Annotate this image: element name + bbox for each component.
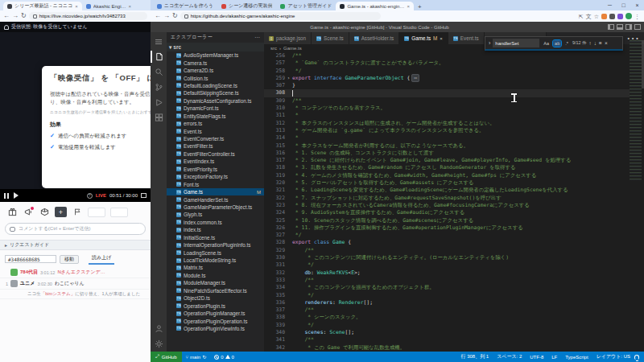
file-tree-item[interactable]: TSDefaultLoadingScene.ts: [167, 82, 264, 89]
code-line[interactable]: 332 db: WeakRefKVS<E>;: [264, 269, 630, 277]
status-item[interactable]: LF: [547, 355, 561, 360]
help-icon[interactable]: ?: [87, 193, 93, 199]
code-line[interactable]: 334 * このコンテンツを描画するためのオブジェクト群。: [264, 284, 630, 291]
find-in-selection-icon[interactable]: ≡: [599, 40, 602, 46]
code-line[interactable]: 318 * 3. 乱数を発生させるため、Game#random にアクセスし R…: [264, 164, 630, 171]
code-line[interactable]: 338 * シーンのスタック。: [264, 314, 630, 321]
file-tree-item[interactable]: TSEventIndex.ts: [167, 158, 264, 165]
file-tree-item[interactable]: TSAudioSystemManager.ts: [167, 51, 264, 59]
explorer-more-icon[interactable]: ⋯: [254, 35, 260, 41]
explorer-icon[interactable]: [151, 49, 167, 64]
file-tree-item[interactable]: TSCollision.ts: [167, 74, 264, 81]
tab-close-icon[interactable]: ×: [129, 4, 132, 9]
new-tab-button[interactable]: +: [414, 3, 426, 10]
code-line[interactable]: 341 /**: [264, 336, 630, 343]
browser-tab[interactable]: シリーズ最新話 - ニコニコ×: [3, 2, 82, 10]
file-tree-item[interactable]: TSCamera2D.ts: [167, 67, 264, 74]
toggle-panel-icon[interactable]: [617, 24, 623, 30]
browser-tab[interactable]: Akashic Engi…×: [82, 2, 135, 10]
breadcrumb-item[interactable]: Game.ts: [283, 46, 302, 51]
code-line[interactable]: 329 /**: [264, 247, 630, 254]
source-control-icon[interactable]: [151, 80, 167, 95]
tts-tab[interactable]: 読み上げ: [89, 253, 114, 265]
code-line[interactable]: 321 * 6. LoadingSceneを変更するため、Game#loadin…: [264, 187, 630, 194]
address-bar[interactable]: https://github.dev/akashic-games/akashic…: [180, 12, 382, 20]
status-item[interactable]: スペース: 2: [493, 353, 526, 360]
code-line[interactable]: 333 /**: [264, 277, 630, 284]
file-tree-item[interactable]: TSEventPriority.ts: [167, 166, 264, 173]
status-item[interactable]: レイアウト: US: [592, 353, 634, 360]
fullscreen-icon[interactable]: [141, 193, 147, 198]
code-line[interactable]: 259›export interface GameParameterObject…: [264, 75, 630, 82]
code-line[interactable]: 312 * 本クラスのインスタンスは暗黙に生成され、ゲーム開発者が生成することは…: [264, 120, 630, 127]
tab-close-icon[interactable]: ×: [440, 36, 443, 41]
code-line[interactable]: 258 */: [264, 68, 630, 75]
request-guide-bar[interactable]: ▸ リクエストガイド: [0, 240, 151, 250]
code-line[interactable]: 339 */: [264, 322, 630, 329]
code-line[interactable]: 336 renderers: Renderer[];: [264, 299, 630, 306]
find-close-icon[interactable]: ×: [605, 40, 608, 46]
file-tree-item[interactable]: TSExceptionFactory.ts: [167, 173, 264, 180]
bookmark-star-icon[interactable]: ☆: [594, 14, 599, 19]
tree-folder-src[interactable]: ▾ src: [167, 43, 264, 51]
tab-close-icon[interactable]: ×: [407, 4, 410, 9]
problems-indicator[interactable]: 0 0: [210, 355, 238, 360]
file-tree-item[interactable]: TSEntityStateFlags.ts: [167, 113, 264, 120]
notifications-bell-icon[interactable]: [634, 355, 639, 360]
refresh-icon[interactable]: ↻: [21, 13, 27, 19]
file-tree-item[interactable]: TSGame.tsM: [167, 188, 264, 195]
code-line[interactable]: 322 * 7. スナップショットに対応するため、Game#requestSav…: [264, 195, 630, 202]
code-line[interactable]: 331 */: [264, 261, 630, 269]
forward-icon[interactable]: →: [163, 13, 170, 19]
code-line[interactable]: 327 */: [264, 232, 630, 239]
profile-avatar[interactable]: [625, 13, 632, 19]
find-input[interactable]: handlerSet: [493, 39, 539, 47]
file-tree-item[interactable]: TSFont.ts: [167, 180, 264, 187]
comment-row[interactable]: 784代目3:01:12Nさんエクステンデ…: [0, 267, 151, 278]
file-tree-item[interactable]: TSEvent.ts: [167, 127, 264, 134]
share-icon[interactable]: ⇱: [579, 14, 584, 19]
code-line[interactable]: 330 * このコンテンツに関連付けられるエンティティ。(ローカルなエンティティ…: [264, 254, 630, 261]
editor-tab[interactable]: TSGame.tsM×: [399, 32, 448, 44]
extra-button-2[interactable]: [110, 208, 128, 217]
extension-icon-gray[interactable]: [609, 14, 615, 19]
flag-icon[interactable]: [72, 207, 83, 217]
file-tree-item[interactable]: TSDefaultSkippingScene.ts: [167, 89, 264, 97]
comment-input[interactable]: コメントする(Ctrl + Enterで送信): [5, 223, 146, 235]
editor-tab[interactable]: {}package.json: [264, 32, 312, 44]
address-bar[interactable]: https://live.nicovideo.jp/watch/lv348273…: [29, 12, 147, 20]
breadcrumb-item[interactable]: src: [270, 46, 277, 51]
file-tree-item[interactable]: TSEventConverter.ts: [167, 135, 264, 142]
account-icon[interactable]: [151, 321, 167, 336]
file-tree-item[interactable]: TSInternalOperationPluginInfo.ts: [167, 241, 264, 249]
code-line[interactable]: 308: [264, 89, 630, 97]
file-tree-item[interactable]: TSModule.ts: [167, 272, 264, 279]
code-line[interactable]: 326 * 11. 操作プラグインを直接制御するため、Game#operatio…: [264, 224, 630, 232]
whole-word-icon[interactable]: ab: [553, 40, 561, 47]
minimize-button[interactable]: ─: [603, 0, 617, 10]
toggle-sidebar-icon[interactable]: [608, 24, 614, 30]
fold-chevron-icon[interactable]: ›: [285, 75, 292, 82]
file-tree-item[interactable]: TSNinePatchSurfaceEffector.ts: [167, 287, 264, 294]
refresh-icon[interactable]: ↻: [172, 13, 178, 19]
extension-icon-orange[interactable]: [601, 14, 607, 19]
file-tree-item[interactable]: TSGameHandlerSet.ts: [167, 195, 264, 203]
code-line[interactable]: 256/**: [264, 52, 630, 60]
minimap[interactable]: [630, 40, 642, 181]
code-line[interactable]: 324 * 9. AudioSystemを直接操作するため、Game#audio…: [264, 209, 630, 216]
file-tree-item[interactable]: TSindex.common.ts: [167, 219, 264, 226]
code-line[interactable]: 316 * 1. Scene の生成時、コンストラクタに引数として渡す: [264, 150, 630, 157]
translate-icon[interactable]: 文: [586, 14, 592, 19]
comment-row[interactable]: 1ユニメ3:02:30わこにゃりん: [0, 278, 151, 290]
maximize-button[interactable]: □: [617, 0, 630, 10]
file-tree-item[interactable]: TSMatrix.ts: [167, 264, 264, 271]
file-tree-item[interactable]: TSOperationPluginViewInfo.ts: [167, 325, 264, 332]
code-line[interactable]: 337 /**: [264, 306, 630, 314]
file-tree-item[interactable]: TSLocalTickModeString.ts: [167, 257, 264, 264]
pause-icon[interactable]: [4, 193, 9, 199]
search-icon[interactable]: [151, 64, 167, 80]
extra-button-1[interactable]: [88, 208, 105, 217]
move-button[interactable]: 移動: [60, 255, 79, 264]
back-icon[interactable]: ←: [3, 13, 10, 19]
run-debug-icon[interactable]: [151, 95, 167, 110]
